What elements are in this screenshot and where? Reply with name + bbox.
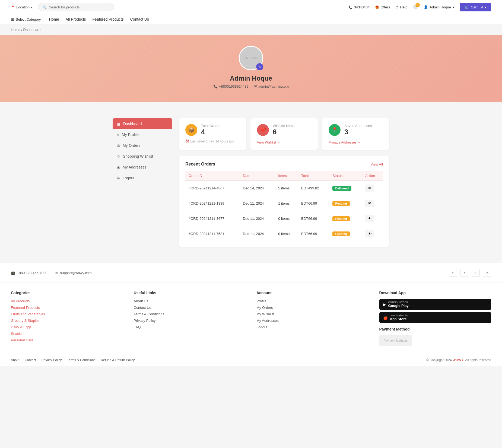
order-date-cell: Dec 11, 2024 — [240, 226, 275, 242]
order-status-cell: Pending — [329, 196, 362, 211]
hero-email-icon: ✉ — [254, 84, 257, 88]
order-id-cell: #ORD-20241214-4867 — [185, 181, 240, 196]
footer-bottom: AboutContactPrivacy PolicyTerms & Condit… — [0, 354, 502, 366]
order-items-cell: 0 items — [275, 226, 298, 242]
address-icon — [117, 165, 120, 169]
hero-banner: 160 x 160 Admin Hoque 📞 +88001938924489 … — [0, 35, 502, 102]
sidebar-item-dashboard[interactable]: Dashboard — [113, 118, 172, 129]
nav-featured-products[interactable]: Featured Products — [93, 17, 124, 21]
wishlist-button[interactable]: 8 — [413, 5, 418, 10]
total-orders-label: Total Orders — [201, 124, 220, 128]
footer-account-link[interactable]: Profile — [256, 299, 266, 303]
view-order-button[interactable]: 👁 — [365, 185, 374, 192]
nav-all-products[interactable]: All Products — [66, 17, 86, 21]
view-wishlist-link[interactable]: View Wishlist → — [257, 141, 311, 144]
order-status-cell: Delivered — [329, 181, 362, 196]
footer-useful-link[interactable]: About Us — [134, 299, 148, 303]
view-order-button[interactable]: 👁 — [365, 230, 374, 237]
orders-table: Order ID Date Items Total Status Action … — [185, 171, 383, 241]
footer-account-link[interactable]: My Orders — [256, 306, 273, 310]
google-play-large: Google Play — [388, 304, 409, 308]
stat-card-wishlist: ❤️ Wishlist Items 6 View Wishlist → — [250, 118, 318, 150]
user-menu-button[interactable]: Admin Hoque — [424, 5, 454, 9]
cart-label: Cart — [471, 5, 479, 9]
footer-category-link[interactable]: Featured Products — [11, 306, 40, 310]
footer-bottom-link[interactable]: Terms & Conditions — [67, 358, 95, 362]
footer-useful-links: Useful Links About UsContact UsTerms & C… — [134, 291, 246, 346]
footer-bottom-link[interactable]: Contact — [25, 358, 36, 362]
wishlist-stat-label: Wishlist Items — [273, 124, 294, 128]
sidebar-item-addresses[interactable]: My Addresses — [113, 162, 172, 173]
footer-bottom-link[interactable]: Refund & Return Policy — [101, 358, 135, 362]
footer-useful-link[interactable]: Terms & Conditions — [134, 312, 164, 316]
order-id-cell: #ORD-20241211-7581 — [185, 226, 240, 242]
sidebar-item-wishlist[interactable]: Shopping Wishlist — [113, 151, 172, 162]
avatar-edit-button[interactable] — [256, 63, 263, 70]
footer-account-link[interactable]: Logout — [256, 325, 267, 329]
order-id-cell: #ORD-20241211-1339 — [185, 196, 240, 211]
offers-button[interactable]: Offers — [375, 5, 390, 9]
wishlist-stat-value: 6 — [273, 128, 294, 136]
footer-bottom-link[interactable]: Privacy Policy — [42, 358, 62, 362]
list-item: About Us — [134, 299, 246, 303]
user-chevron-icon — [453, 5, 454, 9]
order-items-cell[interactable]: 1 items — [275, 196, 298, 211]
nav-home[interactable]: Home — [49, 17, 59, 21]
table-row: #ORD-20241211-3677 Dec 11, 2024 0 items … — [185, 211, 383, 226]
twitter-icon[interactable] — [460, 269, 468, 277]
select-category-button[interactable]: Select Category — [11, 17, 41, 21]
help-button[interactable]: Help — [395, 5, 407, 9]
search-bar[interactable] — [38, 3, 114, 11]
table-row: #ORD-20241211-7581 Dec 11, 2024 0 items … — [185, 226, 383, 242]
order-action-cell[interactable]: 👁 — [362, 226, 383, 242]
dashboard-icon — [117, 122, 120, 126]
footer-category-link[interactable]: All Products — [11, 299, 30, 303]
col-items: Items — [275, 171, 298, 181]
facebook-icon[interactable] — [449, 269, 457, 277]
order-action-cell[interactable]: 👁 — [362, 181, 383, 196]
footer-useful-link[interactable]: FAQ — [134, 325, 141, 329]
breadcrumb: Home / Dashboard — [0, 24, 502, 35]
footer-bottom-link[interactable]: About — [11, 358, 19, 362]
nav-contact-us[interactable]: Contact Us — [130, 17, 149, 21]
order-action-cell[interactable]: 👁 — [362, 211, 383, 226]
google-play-button[interactable]: ▶ ONTDEK HET OP Google Play — [379, 299, 491, 310]
manage-addresses-link[interactable]: Manage Addresses → — [329, 141, 383, 144]
footer-category-link[interactable]: Dairy & Eggs — [11, 325, 31, 329]
footer-account-link[interactable]: My Addresses — [256, 319, 279, 323]
footer-category-link[interactable]: Personal Care — [11, 338, 33, 342]
sidebar-item-profile[interactable]: My Profile — [113, 129, 172, 140]
view-all-link[interactable]: View All — [371, 162, 383, 166]
linkedin-icon[interactable] — [483, 269, 491, 277]
footer-useful-link[interactable]: Contact Us — [134, 306, 151, 310]
cart-button[interactable]: Cart 4 — [460, 3, 491, 11]
cart-icon — [465, 5, 469, 9]
order-id-cell: #ORD-20241211-3677 — [185, 211, 240, 226]
sidebar-item-logout[interactable]: Logout — [113, 173, 172, 183]
footer-useful-link[interactable]: Privacy Policy — [134, 319, 156, 323]
app-store-button[interactable]: 🍎 Download on the App Store — [379, 312, 491, 323]
footer-categories: Categories All ProductsFeatured Products… — [11, 291, 123, 346]
footer-category-link[interactable]: Snacks — [11, 332, 23, 336]
instagram-icon[interactable] — [472, 269, 480, 277]
order-action-cell[interactable]: 👁 — [362, 196, 383, 211]
wishlist-badge: 8 — [415, 3, 420, 7]
location-button[interactable]: Location — [11, 5, 33, 9]
footer-account-link[interactable]: My Wishlist — [256, 312, 274, 316]
top-navbar: Location 34343434 Offers Help — [0, 0, 502, 14]
sidebar-item-orders[interactable]: My Orders — [113, 140, 172, 151]
footer-social — [449, 269, 491, 277]
footer-category-link[interactable]: Grocery & Staples — [11, 319, 40, 323]
order-total-cell: BDT66.99 — [298, 226, 329, 242]
eye-icon: 👁 — [368, 217, 371, 221]
view-order-button[interactable]: 👁 — [365, 200, 374, 207]
table-row: #ORD-20241214-4867 Dec 14, 2024 5 items … — [185, 181, 383, 196]
footer-fax-icon: 📠 — [11, 271, 15, 275]
user-icon — [424, 5, 428, 9]
breadcrumb-home[interactable]: Home — [11, 28, 20, 32]
footer-category-link[interactable]: Fruits and Vegetables — [11, 312, 45, 316]
view-order-button[interactable]: 👁 — [365, 215, 374, 222]
help-icon — [395, 5, 399, 9]
footer-account: Account ProfileMy OrdersMy WishlistMy Ad… — [256, 291, 368, 346]
search-input[interactable] — [49, 5, 109, 9]
